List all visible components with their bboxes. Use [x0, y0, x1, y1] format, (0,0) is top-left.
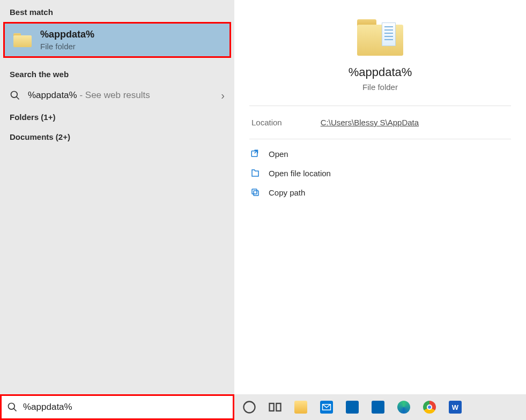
- action-open-location-label: Open file location: [269, 169, 331, 178]
- search-input[interactable]: [23, 402, 227, 412]
- svg-point-0: [11, 92, 18, 98]
- category-folders[interactable]: Folders (1+): [0, 107, 234, 127]
- open-icon: [250, 149, 260, 159]
- search-web-header: Search the web: [0, 65, 234, 84]
- svg-rect-3: [254, 191, 258, 196]
- preview-subtitle: File folder: [362, 82, 398, 92]
- taskbar: W: [234, 394, 526, 420]
- action-open-file-location[interactable]: Open file location: [250, 168, 510, 178]
- best-match-result[interactable]: %appdata% File folder: [3, 22, 231, 58]
- search-web-text: %appdata% - See web results: [28, 90, 150, 101]
- edge-icon[interactable]: [396, 400, 411, 415]
- preview-title: %appdata%: [349, 65, 412, 79]
- svg-rect-9: [276, 403, 280, 411]
- cortana-icon[interactable]: [242, 400, 257, 415]
- search-icon: [7, 402, 18, 412]
- action-copy-path-label: Copy path: [269, 188, 305, 197]
- svg-line-6: [14, 409, 17, 411]
- task-view-icon[interactable]: [268, 400, 283, 415]
- action-open[interactable]: Open: [250, 149, 510, 159]
- word-icon[interactable]: W: [448, 400, 463, 415]
- search-icon: [10, 90, 20, 101]
- location-icon: [250, 168, 260, 178]
- category-documents[interactable]: Documents (2+): [0, 127, 234, 147]
- folder-icon: [13, 32, 32, 47]
- search-box[interactable]: [0, 394, 234, 420]
- location-label: Location: [251, 118, 282, 127]
- best-match-header: Best match: [0, 3, 234, 22]
- action-copy-path[interactable]: Copy path: [250, 188, 510, 197]
- best-match-subtitle: File folder: [40, 42, 94, 51]
- action-open-label: Open: [269, 149, 288, 159]
- chevron-right-icon: ›: [221, 89, 225, 102]
- svg-point-7: [244, 402, 255, 413]
- store-icon[interactable]: [345, 400, 360, 415]
- folder-icon: [357, 17, 403, 56]
- bottom-bar: W: [0, 394, 526, 420]
- chrome-icon[interactable]: [422, 400, 437, 415]
- mail-icon[interactable]: [319, 400, 334, 415]
- location-path-link[interactable]: C:\Users\Blessy S\AppData: [321, 118, 419, 127]
- calendar-icon[interactable]: [371, 400, 386, 415]
- svg-point-5: [9, 403, 15, 410]
- copy-icon: [250, 188, 260, 197]
- svg-rect-8: [270, 403, 274, 411]
- svg-rect-4: [252, 189, 257, 194]
- svg-line-1: [17, 97, 19, 100]
- preview-pane: %appdata% File folder Location C:\Users\…: [234, 0, 526, 394]
- file-explorer-icon[interactable]: [293, 400, 308, 415]
- search-results-pane: Best match %appdata% File folder Search …: [0, 0, 234, 394]
- search-web-result[interactable]: %appdata% - See web results ›: [0, 84, 234, 107]
- best-match-title: %appdata%: [40, 29, 94, 41]
